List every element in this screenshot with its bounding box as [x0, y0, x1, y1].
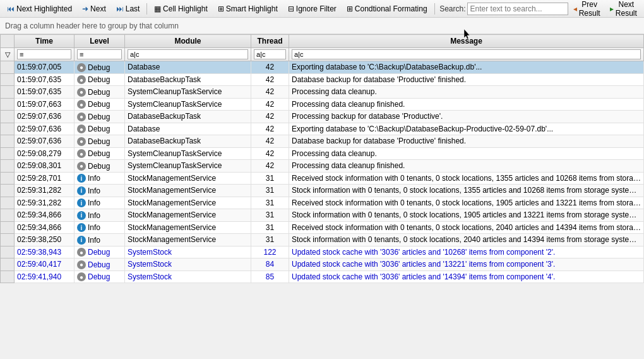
level-cell: ●Debug	[75, 61, 125, 74]
module-cell: SystemCleanupTaskService	[125, 160, 251, 173]
log-table: Time Level Module Thread Message ▽	[0, 34, 644, 283]
debug-icon: ●	[77, 149, 86, 158]
table-row[interactable]: 02:59:28,701iInfoStockManagementService3…	[1, 172, 644, 185]
row-filter-cell	[1, 135, 15, 148]
next-highlighted-icon: ⏮	[7, 4, 15, 13]
time-column-header[interactable]: Time	[15, 35, 75, 48]
level-column-header[interactable]: Level	[75, 35, 125, 48]
module-cell: DatabaseBackupTask	[125, 111, 251, 123]
module-filter-input[interactable]	[128, 49, 248, 59]
level-cell: ●Debug	[75, 123, 125, 135]
thread-column-header[interactable]: Thread	[251, 35, 289, 48]
time-cell: 02:59:34,866	[15, 221, 75, 234]
message-cell: Stock information with 0 tenants, 0 stoc…	[289, 234, 644, 246]
module-column-header[interactable]: Module	[125, 35, 251, 48]
debug-icon: ●	[77, 260, 86, 269]
thread-cell: 31	[251, 234, 289, 246]
time-cell: 02:59:31,282	[15, 185, 75, 197]
last-button[interactable]: ⏭ Last	[112, 2, 145, 16]
level-label: Debug	[88, 75, 110, 84]
next-highlighted-button[interactable]: ⏮ Next Highlighted	[3, 2, 76, 16]
thread-cell: 42	[251, 98, 289, 111]
module-cell: StockManagementService	[125, 172, 251, 185]
module-cell: StockManagementService	[125, 234, 251, 246]
next-highlighted-label: Next Highlighted	[16, 4, 72, 13]
message-filter-input[interactable]	[292, 49, 641, 59]
level-cell: iInfo	[75, 209, 125, 222]
level-cell: ●Debug	[75, 271, 125, 283]
level-label: Info	[88, 198, 100, 207]
table-row[interactable]: 02:59:08,279●DebugSystemCleanupTaskServi…	[1, 147, 644, 160]
cell-highlight-icon: ▦	[154, 4, 161, 13]
time-cell: 02:59:08,279	[15, 147, 75, 160]
message-cell: Received stock information with 0 tenant…	[289, 197, 644, 209]
level-cell: iInfo	[75, 172, 125, 185]
smart-highlight-button[interactable]: ⊞ Smart Highlight	[213, 2, 282, 16]
level-label: Debug	[88, 137, 110, 146]
time-cell: 02:59:31,282	[15, 197, 75, 209]
filter-toggle-header[interactable]	[1, 35, 15, 48]
time-cell: 02:59:28,701	[15, 172, 75, 185]
next-result-button[interactable]: ▸ Next Result	[606, 2, 641, 16]
thread-filter-input[interactable]	[254, 49, 286, 59]
debug-icon: ●	[77, 75, 86, 84]
cell-highlight-button[interactable]: ▦ Cell Highlight	[150, 2, 212, 16]
level-cell: ●Debug	[75, 135, 125, 148]
next-result-label: Next Result	[615, 0, 638, 18]
message-cell: Exporting database to 'C:\Backup\Databas…	[289, 123, 644, 135]
table-row[interactable]: 02:59:31,282iInfoStockManagementService3…	[1, 185, 644, 197]
message-cell: Database backup for database 'Productive…	[289, 135, 644, 148]
row-filter-cell	[1, 197, 15, 209]
table-row[interactable]: 01:59:07,663●DebugSystemCleanupTaskServi…	[1, 98, 644, 111]
debug-icon: ●	[77, 88, 86, 97]
message-cell: Processing backup for database 'Producti…	[289, 111, 644, 123]
next-button[interactable]: ➜ Next	[78, 2, 110, 16]
table-row[interactable]: 02:59:08,301●DebugSystemCleanupTaskServi…	[1, 160, 644, 173]
table-row[interactable]: 02:59:07,636●DebugDatabaseBackupTask42Da…	[1, 135, 644, 148]
filter-icon-cell: ▽	[1, 48, 15, 61]
time-cell: 02:59:07,636	[15, 135, 75, 148]
time-cell: 02:59:07,636	[15, 111, 75, 123]
row-filter-cell	[1, 221, 15, 234]
table-row[interactable]: 02:59:38,943●DebugSystemStock122Updated …	[1, 246, 644, 259]
message-cell: Processing data cleanup finished.	[289, 98, 644, 111]
level-label: Debug	[88, 113, 110, 121]
row-filter-cell	[1, 160, 15, 173]
info-icon: i	[77, 174, 86, 183]
next-icon: ➜	[82, 4, 88, 13]
thread-cell: 42	[251, 147, 289, 160]
info-icon: i	[77, 211, 86, 220]
message-column-header[interactable]: Message	[289, 35, 644, 48]
level-label: Info	[88, 186, 100, 195]
search-input[interactable]	[467, 3, 568, 15]
level-cell: iInfo	[75, 234, 125, 246]
level-filter-input[interactable]	[77, 49, 122, 59]
last-label: Last	[126, 4, 140, 13]
prev-result-button[interactable]: ◂ Prev Result	[569, 2, 605, 16]
table-row[interactable]: 01:59:07,635●DebugSystemCleanupTaskServi…	[1, 86, 644, 99]
module-cell: StockManagementService	[125, 185, 251, 197]
module-cell: SystemStock	[125, 271, 251, 283]
row-filter-cell	[1, 271, 15, 283]
table-row[interactable]: 02:59:07,636●DebugDatabaseBackupTask42Pr…	[1, 111, 644, 123]
ignore-filter-label: Ignore Filter	[296, 4, 337, 13]
info-icon: i	[77, 186, 86, 195]
thread-cell: 42	[251, 135, 289, 148]
level-label: Debug	[88, 248, 110, 257]
table-row[interactable]: 02:59:34,866iInfoStockManagementService3…	[1, 209, 644, 222]
ignore-filter-button[interactable]: ⊟ Ignore Filter	[283, 2, 341, 16]
table-row[interactable]: 02:59:31,282iInfoStockManagementService3…	[1, 197, 644, 209]
search-label: Search:	[439, 4, 465, 13]
table-row[interactable]: 02:59:34,866iInfoStockManagementService3…	[1, 221, 644, 234]
table-row[interactable]: 02:59:38,250iInfoStockManagementService3…	[1, 234, 644, 246]
conditional-formatting-button[interactable]: ⊞ Condtional Formating	[342, 2, 432, 16]
drag-hint-text: Drag a column header here to group by th…	[5, 21, 179, 30]
table-row[interactable]: 02:59:40,417●DebugSystemStock84Updated s…	[1, 259, 644, 271]
time-filter-input[interactable]	[17, 49, 71, 59]
row-filter-cell	[1, 111, 15, 123]
table-row[interactable]: 01:59:07,005●DebugDatabase42Exporting da…	[1, 61, 644, 74]
table-row[interactable]: 02:59:41,940●DebugSystemStock85Updated s…	[1, 271, 644, 283]
info-icon: i	[77, 223, 86, 232]
table-row[interactable]: 02:59:07,636●DebugDatabase42Exporting da…	[1, 123, 644, 135]
table-row[interactable]: 01:59:07,635●DebugDatabaseBackupTask42Da…	[1, 73, 644, 86]
